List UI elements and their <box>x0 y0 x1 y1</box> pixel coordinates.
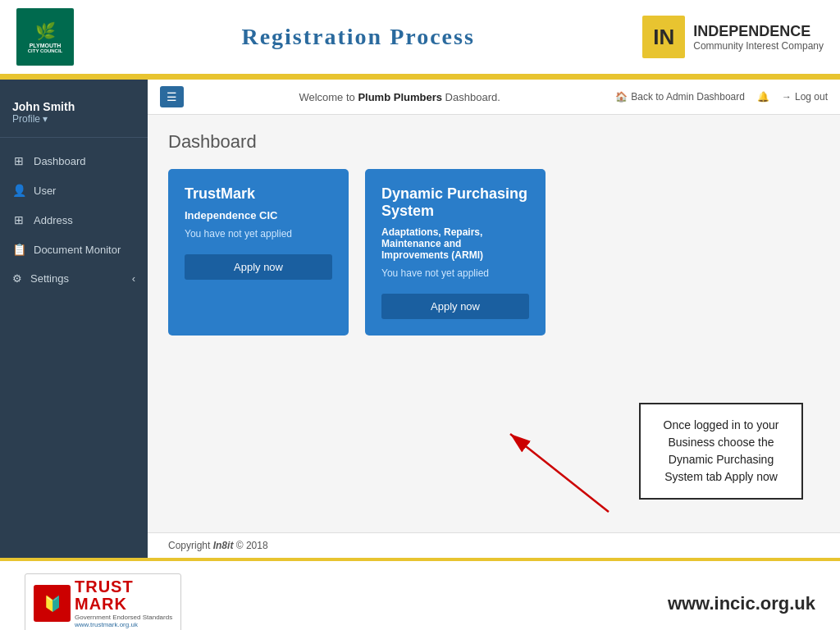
annotation-box: Once logged in to your Business choose t… <box>639 403 803 500</box>
header-right: IN INDEPENDENCE Community Interest Compa… <box>642 16 824 58</box>
main-content: John Smith Profile ▾ ⊞ Dashboard 👤 User … <box>0 80 840 558</box>
sidebar-item-dashboard[interactable]: ⊞ Dashboard <box>0 146 148 176</box>
dashboard-heading: Dashboard <box>168 131 819 153</box>
sidebar-profile-link[interactable]: Profile ▾ <box>12 113 135 125</box>
trustmark-main-text: TRUST <box>75 578 172 595</box>
trustmark-apply-button[interactable]: Apply now <box>185 254 332 280</box>
sidebar-label-settings: Settings <box>30 272 69 285</box>
plymouth-icon: 🌿 <box>35 21 56 41</box>
topbar-links: 🏠 Back to Admin Dashboard 🔔 → Log out <box>615 91 828 103</box>
logout-arrow-icon: → <box>782 91 792 103</box>
home-icon: 🏠 <box>615 91 628 103</box>
address-icon: ⊞ <box>12 213 25 226</box>
dps-card: Dynamic Purchasing System Adaptations, R… <box>365 169 546 336</box>
trustmark-mark-text: MARK <box>75 595 172 614</box>
copyright-brand: In8it <box>213 540 234 551</box>
trustmark-badge: 🔰 TRUST MARK Government Endorsed Standar… <box>25 573 181 630</box>
dashboard-area: ☰ Welcome to Plumb Plumbers Dashboard. 🏠… <box>148 80 840 558</box>
settings-chevron-icon: ‹ <box>132 272 135 285</box>
dps-apply-button[interactable]: Apply now <box>381 294 529 319</box>
sidebar-user-name: John Smith <box>12 100 135 113</box>
trustmark-card: TrustMark Independence CIC You have not … <box>168 169 349 336</box>
bottom-footer: 🔰 TRUST MARK Government Endorsed Standar… <box>0 558 840 630</box>
bell-icon[interactable]: 🔔 <box>757 91 769 103</box>
trustmark-website: www.trustmark.org.uk <box>75 621 172 628</box>
sidebar-label-dashboard: Dashboard <box>34 155 86 167</box>
independence-name: INDEPENDENCE <box>693 23 824 40</box>
dps-card-title: Dynamic Purchasing System <box>381 185 529 220</box>
sidebar-item-document-monitor[interactable]: 📋 Document Monitor <box>0 235 148 264</box>
website-url: www.incic.org.uk <box>668 593 815 614</box>
dashboard-body: Dashboard TrustMark Independence CIC You… <box>148 115 840 532</box>
trustmark-card-subtitle: Independence CIC <box>185 209 332 221</box>
sidebar-label-address: Address <box>34 214 73 226</box>
dps-card-desc: Adaptations, Repairs, Maintenance and Im… <box>381 226 529 261</box>
svg-line-1 <box>510 434 609 512</box>
trustmark-card-title: TrustMark <box>185 185 332 203</box>
page-title: Registration Process <box>241 24 474 50</box>
copyright-text: Copyright <box>168 540 213 551</box>
annotation-area: Once logged in to your Business choose t… <box>168 352 819 516</box>
dps-not-applied: You have not yet applied <box>381 267 529 279</box>
topbar-welcome: Welcome to Plumb Plumbers Dashboard. <box>200 91 599 103</box>
plymouth-logo: 🌿 PLYMOUTH CITY COUNCIL <box>16 8 74 66</box>
plymouth-name: PLYMOUTH <box>30 43 62 48</box>
independence-subtitle: Community Interest Company <box>693 40 824 52</box>
admin-link-text: Back to Admin Dashboard <box>631 91 745 103</box>
cards-row: TrustMark Independence CIC You have not … <box>168 169 819 336</box>
sidebar-item-address[interactable]: ⊞ Address <box>0 205 148 235</box>
header: 🌿 PLYMOUTH CITY COUNCIL Registration Pro… <box>0 0 840 76</box>
sidebar-item-user[interactable]: 👤 User <box>0 176 148 205</box>
business-name: Plumb Plumbers <box>358 91 442 103</box>
sidebar-profile-label: Profile ▾ <box>12 113 48 125</box>
dashboard-footer: Copyright In8it © 2018 <box>148 532 840 558</box>
trustmark-text: TRUST MARK Government Endorsed Standards… <box>75 578 172 628</box>
topbar: ☰ Welcome to Plumb Plumbers Dashboard. 🏠… <box>148 80 840 115</box>
document-monitor-icon: 📋 <box>12 243 25 256</box>
settings-icon: ⚙ <box>12 272 22 285</box>
logout-text: Log out <box>795 91 828 103</box>
sidebar-item-settings[interactable]: ⚙ Settings ‹ <box>0 264 148 293</box>
in-label: IN <box>653 25 674 50</box>
sidebar-label-user: User <box>34 185 56 197</box>
hamburger-icon: ☰ <box>167 90 177 103</box>
sidebar-label-document-monitor: Document Monitor <box>34 244 121 256</box>
sidebar-user-section: John Smith Profile ▾ <box>0 92 148 138</box>
independence-text-block: INDEPENDENCE Community Interest Company <box>693 23 824 52</box>
independence-logo-box: IN <box>642 16 685 58</box>
sidebar: John Smith Profile ▾ ⊞ Dashboard 👤 User … <box>0 80 148 558</box>
annotation-text: Once logged in to your Business choose t… <box>664 418 779 483</box>
menu-button[interactable]: ☰ <box>160 86 184 107</box>
trustmark-not-applied: You have not yet applied <box>185 228 332 240</box>
dashboard-icon: ⊞ <box>12 154 25 167</box>
user-icon: 👤 <box>12 184 25 197</box>
admin-dashboard-link[interactable]: 🏠 Back to Admin Dashboard <box>615 91 745 103</box>
trustmark-endorsed-text: Government Endorsed Standards <box>75 614 172 621</box>
dashboard-text: Dashboard. <box>445 91 500 103</box>
plymouth-subtitle: CITY COUNCIL <box>28 48 63 53</box>
trustmark-shield-icon: 🔰 <box>43 595 62 613</box>
welcome-text: Welcome to <box>299 91 358 103</box>
copyright-year: © 2018 <box>233 540 267 551</box>
logout-link[interactable]: → Log out <box>782 91 828 103</box>
